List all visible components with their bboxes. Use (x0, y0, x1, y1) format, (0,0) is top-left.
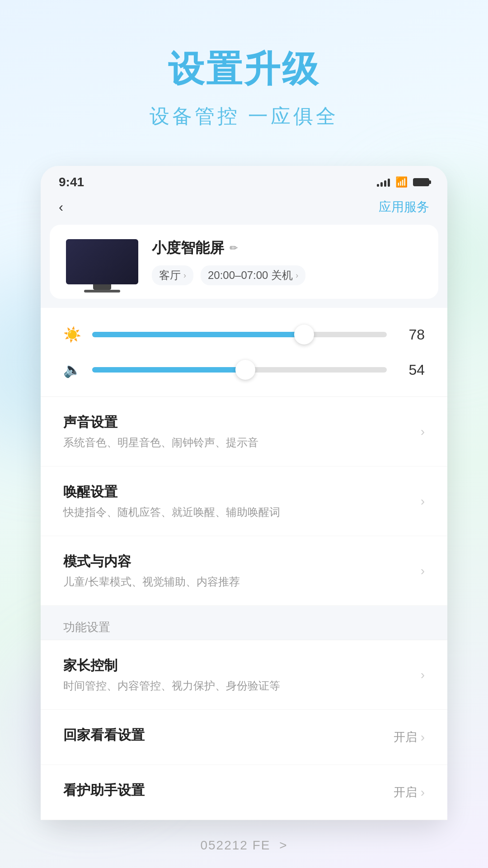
settings-section: 声音设置 系统音色、明星音色、闹钟铃声、提示音 › 唤醒设置 快捷指令、随机应答… (41, 396, 447, 606)
app-service-link[interactable]: 应用服务 (379, 198, 429, 216)
brightness-track[interactable] (92, 332, 387, 337)
battery-icon (413, 178, 429, 186)
version-arrow: > (279, 838, 287, 852)
home-watch-chevron: › (421, 730, 425, 745)
care-assistant-status: 开启 (394, 784, 417, 800)
wifi-icon: 📶 (395, 176, 408, 188)
care-assistant-item[interactable]: 看护助手设置 开启 › (41, 765, 447, 820)
home-watch-item[interactable]: 回家看看设置 开启 › (41, 710, 447, 765)
sound-settings-desc: 系统音色、明星音色、闹钟铃声、提示音 (63, 435, 421, 450)
mode-settings-title: 模式与内容 (63, 552, 421, 571)
hero-section: 设置升级 设备管控 一应俱全 (0, 0, 488, 157)
device-info: 小度智能屏 ✏ 客厅 › 20:00–07:00 关机 › (152, 238, 422, 285)
brightness-slider-row: ☀️ 78 (63, 326, 425, 343)
wakeup-settings-title: 唤醒设置 (63, 483, 421, 501)
mode-settings-item[interactable]: 模式与内容 儿童/长辈模式、视觉辅助、内容推荐 › (41, 536, 447, 606)
back-button[interactable]: ‹ (59, 199, 63, 215)
schedule-tag[interactable]: 20:00–07:00 关机 › (201, 265, 305, 285)
brightness-icon: ☀️ (63, 326, 81, 343)
care-assistant-title: 看护助手设置 (63, 781, 394, 800)
nav-bar: ‹ 应用服务 (41, 194, 447, 225)
wakeup-settings-item[interactable]: 唤醒设置 快捷指令、随机应答、就近唤醒、辅助唤醒词 › (41, 467, 447, 536)
sliders-card: ☀️ 78 🔈 54 (41, 308, 447, 396)
hero-title: 设置升级 (0, 45, 488, 94)
location-label: 客厅 (159, 268, 181, 283)
parental-control-desc: 时间管控、内容管控、视力保护、身份验证等 (63, 679, 421, 693)
device-tags: 客厅 › 20:00–07:00 关机 › (152, 265, 422, 285)
care-assistant-chevron: › (421, 785, 425, 800)
wakeup-settings-chevron: › (421, 494, 425, 509)
location-chevron: › (183, 271, 186, 280)
volume-thumb[interactable] (235, 360, 255, 380)
signal-icon (377, 178, 390, 187)
sound-settings-chevron: › (421, 425, 425, 439)
schedule-chevron: › (296, 271, 298, 280)
device-card: 小度智能屏 ✏ 客厅 › 20:00–07:00 关机 › (50, 225, 438, 299)
volume-icon: 🔈 (63, 361, 81, 378)
tv-image (66, 239, 138, 284)
volume-value: 54 (398, 362, 425, 378)
phone-mockup: 9:41 📶 ‹ 应用服务 小度智能屏 ✏ (41, 166, 447, 820)
status-time: 9:41 (59, 175, 84, 189)
brightness-value: 78 (398, 326, 425, 343)
hero-subtitle: 设备管控 一应俱全 (0, 103, 488, 130)
schedule-label: 20:00–07:00 关机 (208, 268, 293, 283)
volume-fill (92, 367, 245, 373)
location-tag[interactable]: 客厅 › (152, 265, 193, 285)
parental-control-chevron: › (421, 668, 425, 682)
brightness-thumb[interactable] (294, 325, 314, 344)
version-text: 052212 FE > (200, 838, 287, 852)
home-watch-title: 回家看看设置 (63, 726, 394, 745)
edit-icon[interactable]: ✏ (230, 242, 238, 254)
parental-control-title: 家长控制 (63, 656, 421, 675)
sound-settings-title: 声音设置 (63, 413, 421, 432)
volume-track[interactable] (92, 367, 387, 373)
sound-settings-item[interactable]: 声音设置 系统音色、明星音色、闹钟铃声、提示音 › (41, 397, 447, 467)
wakeup-settings-desc: 快捷指令、随机应答、就近唤醒、辅助唤醒词 (63, 505, 421, 519)
bottom-bar: 052212 FE > (0, 820, 488, 868)
volume-slider-row: 🔈 54 (63, 361, 425, 378)
status-icons: 📶 (377, 176, 429, 188)
home-watch-status: 开启 (394, 729, 417, 745)
version-number: 052212 FE (200, 838, 270, 852)
parental-control-item[interactable]: 家长控制 时间管控、内容管控、视力保护、身份验证等 › (41, 640, 447, 710)
device-name-row: 小度智能屏 ✏ (152, 238, 422, 258)
brightness-fill (92, 332, 304, 337)
function-settings-section: 家长控制 时间管控、内容管控、视力保护、身份验证等 › 回家看看设置 开启 › … (41, 640, 447, 820)
mode-settings-desc: 儿童/长辈模式、视觉辅助、内容推荐 (63, 575, 421, 589)
function-section-header: 功能设置 (41, 606, 447, 640)
mode-settings-chevron: › (421, 564, 425, 578)
status-bar: 9:41 📶 (41, 166, 447, 194)
device-name: 小度智能屏 (152, 238, 224, 258)
